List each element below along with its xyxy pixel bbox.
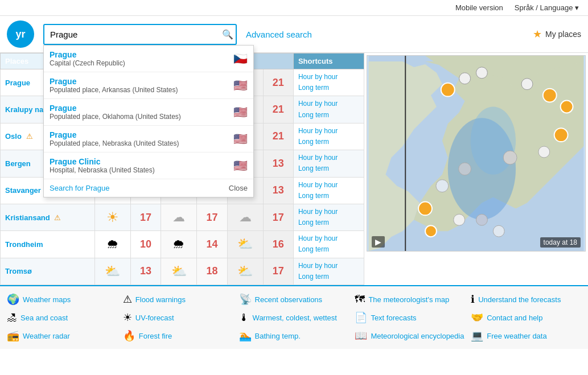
warning-icon: ⚠ — [26, 132, 33, 141]
place-name[interactable]: Stavanger — [5, 186, 41, 195]
long-term-link[interactable]: Long term — [298, 137, 359, 147]
footer-icon: 📖 — [355, 329, 367, 342]
footer-item-label: Text forecasts — [371, 314, 416, 322]
day3-temp-cell: 17 — [263, 204, 293, 230]
warning-icon: ⚠ — [54, 213, 61, 222]
footer-item-label: Free weather data — [487, 332, 547, 340]
table-row: Tromsø ⛅ 13 ⛅ 18 ⛅ 17 Hour by hour Long … — [1, 258, 364, 285]
long-term-link[interactable]: Long term — [298, 191, 359, 201]
hour-by-hour-link[interactable]: Hour by hour — [298, 153, 359, 163]
long-term-link[interactable]: Long term — [298, 271, 359, 282]
hour-by-hour-link[interactable]: Hour by hour — [298, 233, 359, 244]
svg-point-9 — [554, 128, 568, 142]
place-name-cell: Tromsø — [1, 258, 95, 285]
mobile-version-link[interactable]: Mobile version — [455, 3, 503, 12]
search-input[interactable] — [43, 24, 237, 45]
svg-point-10 — [538, 146, 550, 158]
hour-by-hour-link[interactable]: Hour by hour — [298, 72, 359, 83]
sunny-icon: ☀ — [106, 209, 119, 225]
long-term-link[interactable]: Long term — [298, 110, 359, 121]
language-selector[interactable]: Språk / Language ▾ — [515, 3, 579, 12]
map-play-button[interactable]: ▶ — [372, 236, 385, 248]
close-dropdown-button[interactable]: Close — [229, 184, 248, 192]
col-shortcuts: Shortcuts — [293, 53, 364, 69]
footer-item[interactable]: 📄 Text forecasts — [355, 310, 465, 325]
dropdown-item[interactable]: Prague Clinic Hospital, Nebraska (United… — [44, 153, 253, 179]
day1-temp-cell: 10 — [130, 231, 161, 258]
footer-item[interactable]: 🏊 Bathing temp. — [239, 328, 349, 343]
my-places-button[interactable]: ★ My places — [533, 28, 581, 40]
footer-item[interactable]: ☀ UV-forecast — [123, 310, 233, 325]
hour-by-hour-link[interactable]: Hour by hour — [298, 261, 359, 271]
search-for-link[interactable]: Search for Prague — [50, 184, 110, 192]
footer-item-label: The meteorologist's map — [368, 295, 449, 304]
svg-point-17 — [476, 214, 488, 225]
header: yr 🔍 Prague Capital (Czech Republic) 🇨🇿 … — [0, 16, 588, 53]
long-term-link[interactable]: Long term — [298, 217, 359, 228]
footer-item-label: Understand the forecasts — [478, 295, 561, 304]
yr-logo[interactable]: yr — [7, 20, 34, 48]
long-term-link[interactable]: Long term — [298, 244, 359, 255]
hour-by-hour-link[interactable]: Hour by hour — [298, 207, 359, 217]
footer-item[interactable]: 🔥 Forest fire — [123, 328, 233, 343]
footer-item[interactable]: ℹ Understand the forecasts — [471, 292, 581, 307]
footer-item[interactable]: 🤝 Contact and help — [471, 310, 581, 325]
place-name[interactable]: Bergen — [5, 159, 31, 168]
footer-item[interactable]: ⚠ Flood warnings — [123, 292, 233, 307]
svg-point-16 — [454, 214, 465, 225]
my-places-label: My places — [545, 30, 581, 39]
footer-icon: 💻 — [471, 329, 483, 342]
day3-icon-cell: ⛅ — [227, 258, 263, 285]
footer-item[interactable]: 📻 Weather radar — [7, 328, 117, 343]
dropdown-item[interactable]: Prague Populated place, Oklahoma (United… — [44, 99, 253, 126]
svg-point-6 — [521, 79, 533, 90]
footer-item[interactable]: 📡 Recent observations — [239, 292, 349, 307]
advanced-search-link[interactable]: Advanced search — [246, 30, 312, 39]
partly-cloudy-icon: ⛅ — [105, 264, 120, 278]
place-name[interactable]: Kralupy nad — [5, 105, 48, 114]
footer-icon: 🗺 — [355, 294, 365, 306]
day3-temp-cell: 21 — [263, 96, 293, 123]
search-dropdown: Prague Capital (Czech Republic) 🇨🇿 Pragu… — [43, 45, 254, 197]
long-term-link[interactable]: Long term — [298, 83, 359, 93]
footer-item[interactable]: 🗺 The meteorologist's map — [355, 292, 465, 307]
shortcut-cell: Hour by hour Long term — [293, 204, 364, 230]
day1-temp-cell: 13 — [130, 258, 161, 285]
footer-item[interactable]: 📖 Meteorological encyclopedia — [355, 328, 465, 343]
hour-by-hour-link[interactable]: Hour by hour — [298, 126, 359, 137]
table-row: Trondheim 🌧 10 🌧 14 ⛅ 16 Hour by hour Lo… — [1, 231, 364, 258]
place-name[interactable]: Prague — [5, 79, 30, 87]
hour-by-hour-link[interactable]: Hour by hour — [298, 180, 359, 191]
dropdown-item[interactable]: Prague Populated place, Arkansas (United… — [44, 72, 253, 99]
place-name[interactable]: Oslo — [5, 132, 22, 141]
svg-point-4 — [459, 73, 471, 84]
dropdown-item[interactable]: Prague Capital (Czech Republic) 🇨🇿 — [44, 46, 253, 72]
svg-point-14 — [418, 202, 432, 216]
place-name[interactable]: Tromsø — [5, 267, 32, 275]
footer-item[interactable]: 💻 Free weather data — [471, 328, 581, 343]
cloudy-icon: ☁ — [239, 210, 252, 224]
day3-temp-cell: 13 — [263, 177, 293, 204]
footer-item[interactable]: 🌍 Weather maps — [7, 292, 117, 307]
place-name[interactable]: Trondheim — [5, 240, 43, 249]
shortcut-cell: Hour by hour Long term — [293, 96, 364, 123]
day2-temp-cell: 17 — [197, 204, 227, 230]
footer-icon: ℹ — [471, 293, 475, 306]
day3-temp-cell: 21 — [263, 123, 293, 150]
search-wrapper: 🔍 Prague Capital (Czech Republic) 🇨🇿 Pra… — [43, 24, 237, 45]
hour-by-hour-link[interactable]: Hour by hour — [298, 98, 359, 109]
flag-icon: 🇺🇸 — [233, 79, 248, 92]
long-term-link[interactable]: Long term — [298, 163, 359, 174]
footer-item-label: Contact and help — [487, 314, 542, 322]
day3-temp-cell: 13 — [263, 150, 293, 177]
footer-item-label: Weather maps — [23, 295, 71, 304]
day3-temp-cell: 17 — [263, 258, 293, 285]
search-button[interactable]: 🔍 — [222, 29, 233, 40]
place-name[interactable]: Kristiansand — [5, 213, 50, 222]
footer-item[interactable]: 🏖 Sea and coast — [7, 310, 117, 325]
dropdown-item[interactable]: Prague Populated place, Nebraska (United… — [44, 126, 253, 153]
footer-icon: 🌍 — [7, 293, 19, 306]
weather-map: ▶ today at 18 — [367, 55, 586, 252]
footer-item[interactable]: 🌡 Warmest, coldest, wettest — [239, 310, 349, 325]
partly-cloudy-icon: ⛅ — [237, 237, 253, 251]
